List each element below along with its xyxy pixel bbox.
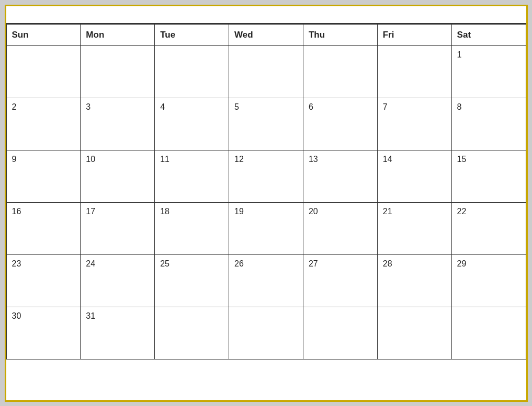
day-number: 19	[234, 207, 244, 216]
calendar-week-6: 3031	[6, 307, 526, 359]
calendar-cell: 9	[6, 150, 81, 202]
day-number: 29	[457, 259, 467, 268]
calendar-cell: 19	[229, 202, 303, 254]
day-header-fri: Fri	[377, 24, 451, 45]
day-number: 28	[383, 259, 392, 268]
calendar-cell	[377, 45, 451, 98]
calendar-cell: 13	[303, 150, 377, 202]
day-number: 4	[160, 102, 165, 111]
day-number: 9	[12, 155, 17, 164]
day-number: 18	[160, 207, 169, 216]
calendar-cell: 21	[377, 202, 451, 254]
calendar-cell: 24	[81, 254, 155, 307]
calendar-week-5: 23242526272829	[6, 254, 526, 307]
day-number: 30	[12, 311, 21, 320]
day-number: 16	[12, 207, 21, 216]
day-number: 26	[234, 259, 244, 268]
calendar-week-2: 2345678	[6, 98, 526, 150]
day-number: 14	[383, 155, 392, 164]
calendar-body: 1234567891011121314151617181920212223242…	[6, 45, 526, 359]
calendar-cell: 30	[6, 307, 81, 359]
calendar-cell	[229, 307, 303, 359]
calendar-cell: 20	[303, 202, 377, 254]
calendar-cell: 11	[155, 150, 229, 202]
calendar-cell: 7	[377, 98, 451, 150]
day-header-row: SunMonTueWedThuFriSat	[6, 24, 526, 45]
day-number: 12	[234, 155, 244, 164]
day-number: 13	[309, 155, 318, 164]
calendar-cell: 22	[451, 202, 526, 254]
calendar-cell: 14	[377, 150, 451, 202]
calendar-cell	[303, 307, 377, 359]
calendar-week-3: 9101112131415	[6, 150, 526, 202]
calendar-cell: 2	[6, 98, 81, 150]
calendar-cell	[377, 307, 451, 359]
day-number: 11	[160, 155, 169, 164]
day-number: 24	[86, 259, 95, 268]
day-number: 23	[12, 259, 21, 268]
calendar-cell: 23	[6, 254, 81, 307]
day-number: 27	[309, 259, 318, 268]
day-header-tue: Tue	[155, 24, 229, 45]
calendar-cell	[81, 45, 155, 98]
calendar-cell: 4	[155, 98, 229, 150]
calendar-cell: 6	[303, 98, 377, 150]
calendar-cell: 18	[155, 202, 229, 254]
calendar-cell: 8	[451, 98, 526, 150]
day-number: 5	[234, 102, 239, 111]
day-number: 17	[86, 207, 95, 216]
calendar-week-1: 1	[6, 45, 526, 98]
day-number: 31	[86, 311, 95, 320]
day-number: 15	[457, 155, 467, 164]
day-number: 6	[309, 102, 313, 111]
calendar-cell: 26	[229, 254, 303, 307]
day-number: 10	[86, 155, 95, 164]
calendar-cell	[155, 307, 229, 359]
calendar-cell: 5	[229, 98, 303, 150]
day-number: 22	[457, 207, 467, 216]
calendar-cell	[303, 45, 377, 98]
day-header-wed: Wed	[229, 24, 303, 45]
calendar-cell: 31	[81, 307, 155, 359]
calendar-cell: 1	[451, 45, 526, 98]
day-header-sat: Sat	[451, 24, 526, 45]
calendar-cell	[229, 45, 303, 98]
day-number: 8	[457, 102, 462, 111]
calendar-container: SunMonTueWedThuFriSat 123456789101112131…	[5, 5, 528, 402]
calendar-title	[6, 6, 526, 24]
day-number: 2	[12, 102, 17, 111]
calendar-cell: 16	[6, 202, 81, 254]
calendar-cell: 25	[155, 254, 229, 307]
calendar-cell	[6, 45, 81, 98]
calendar-cell: 3	[81, 98, 155, 150]
calendar-cell: 17	[81, 202, 155, 254]
day-number: 21	[383, 207, 392, 216]
calendar-cell: 27	[303, 254, 377, 307]
calendar-cell: 28	[377, 254, 451, 307]
calendar-cell: 10	[81, 150, 155, 202]
day-header-thu: Thu	[303, 24, 377, 45]
day-header-sun: Sun	[6, 24, 81, 45]
calendar-cell	[155, 45, 229, 98]
day-number: 7	[383, 102, 388, 111]
day-number: 25	[160, 259, 169, 268]
calendar-cell: 15	[451, 150, 526, 202]
day-number: 20	[309, 207, 318, 216]
day-number: 3	[86, 102, 90, 111]
calendar-grid: SunMonTueWedThuFriSat 123456789101112131…	[6, 24, 526, 359]
day-header-mon: Mon	[81, 24, 155, 45]
calendar-cell: 29	[451, 254, 526, 307]
calendar-week-4: 16171819202122	[6, 202, 526, 254]
calendar-cell: 12	[229, 150, 303, 202]
calendar-cell	[451, 307, 526, 359]
day-number: 1	[457, 50, 462, 59]
